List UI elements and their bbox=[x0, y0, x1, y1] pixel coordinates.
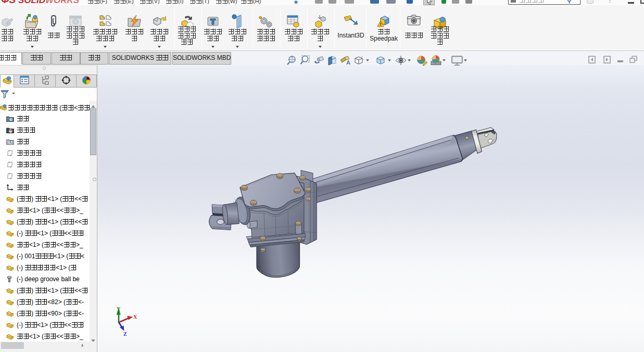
svg-text:Z: Z bbox=[123, 331, 127, 337]
svg-text:Y: Y bbox=[117, 306, 121, 312]
svg-text:A: A bbox=[346, 59, 350, 66]
svg-text:A: A bbox=[9, 140, 12, 145]
svg-text:X: X bbox=[133, 314, 137, 320]
